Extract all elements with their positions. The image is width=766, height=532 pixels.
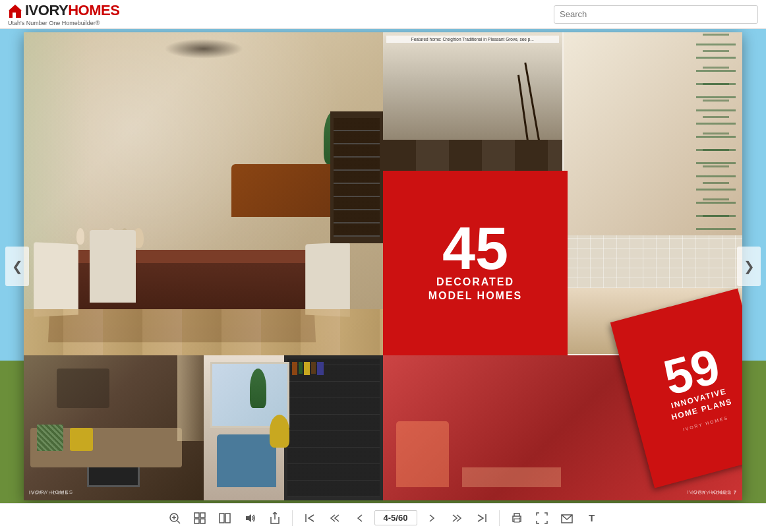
logo-icon [8, 3, 22, 18]
skip-forward-icon [452, 513, 462, 523]
content-area: ❮ [0, 29, 766, 503]
top-caption: Featured home: Creighton Traditional in … [386, 36, 559, 43]
logo-homes-text: HOMES [68, 2, 119, 19]
header: IVORY HOMES Utah's Number One Homebuilde… [0, 0, 766, 29]
grid-view-button[interactable] [189, 508, 210, 529]
zoom-in-button[interactable] [164, 508, 185, 529]
print-button[interactable] [506, 508, 527, 529]
sound-icon [244, 512, 256, 524]
book-icon [219, 512, 231, 524]
svg-rect-10 [200, 519, 205, 523]
next-button[interactable] [421, 508, 442, 529]
number-45: 45 [442, 222, 508, 276]
logo: IVORY HOMES [8, 2, 119, 19]
svg-marker-13 [246, 514, 251, 522]
separator-1 [292, 510, 293, 526]
book-view-button[interactable] [214, 508, 235, 529]
hallway-photo: Featured home: Creighton Traditional in … [383, 32, 562, 192]
zoom-in-icon [169, 512, 181, 524]
left-bottom-row: IVORY HOMES [24, 355, 383, 500]
svg-rect-2 [13, 13, 16, 18]
prev-button[interactable] [349, 508, 370, 529]
overlay-45-decorated: 45 DECORATED MODEL HOMES [383, 171, 568, 355]
fireplace-living-room-photo: IVORY HOMES [24, 355, 204, 500]
skip-forward-button[interactable] [446, 508, 467, 529]
page-left: IVORY HOMES [24, 32, 383, 500]
next-icon [427, 513, 437, 523]
first-page-icon [305, 513, 315, 523]
prev-icon [355, 513, 365, 523]
left-top-image [24, 32, 383, 355]
text-icon: T [589, 512, 595, 523]
footer-toolbar: 4-5/60 [0, 503, 766, 532]
page-indicator: 4-5/60 [374, 510, 417, 525]
print-icon [511, 512, 523, 524]
search-input[interactable] [554, 5, 758, 24]
svg-rect-18 [514, 519, 519, 522]
share-icon [269, 512, 281, 524]
prev-page-arrow[interactable]: ❮ [5, 247, 29, 286]
decorated-model-homes-text: DECORATED MODEL HOMES [428, 276, 523, 303]
dining-room-photo [24, 32, 383, 355]
share-button[interactable] [264, 508, 285, 529]
logo-area: IVORY HOMES Utah's Number One Homebuilde… [8, 2, 119, 26]
svg-rect-9 [194, 519, 199, 523]
svg-rect-11 [220, 514, 224, 523]
bookcase-room-photo [204, 355, 384, 500]
last-page-button[interactable] [471, 508, 492, 529]
svg-rect-8 [200, 513, 205, 517]
separator-2 [499, 510, 500, 526]
book-container: IVORY HOMES [24, 32, 742, 500]
next-page-arrow[interactable]: ❯ [737, 247, 761, 286]
fullscreen-button[interactable] [531, 508, 552, 529]
skip-back-icon [330, 513, 340, 523]
logo-ivory-text: IVORY [25, 2, 68, 19]
svg-marker-1 [9, 5, 22, 11]
last-page-icon [477, 513, 487, 523]
svg-rect-12 [225, 514, 230, 523]
skip-back-button[interactable] [324, 508, 345, 529]
page-right: Featured home: Creighton Traditional in … [383, 32, 742, 500]
grid-icon [194, 512, 206, 524]
email-button[interactable] [556, 508, 577, 529]
svg-point-19 [519, 517, 520, 519]
text-button[interactable]: T [581, 508, 603, 529]
svg-line-4 [177, 521, 180, 523]
first-page-button[interactable] [299, 508, 320, 529]
fullscreen-icon [536, 512, 548, 524]
svg-rect-7 [194, 513, 199, 517]
email-icon [561, 512, 573, 524]
sound-button[interactable] [239, 508, 260, 529]
logo-tagline: Utah's Number One Homebuilder® [8, 20, 119, 26]
